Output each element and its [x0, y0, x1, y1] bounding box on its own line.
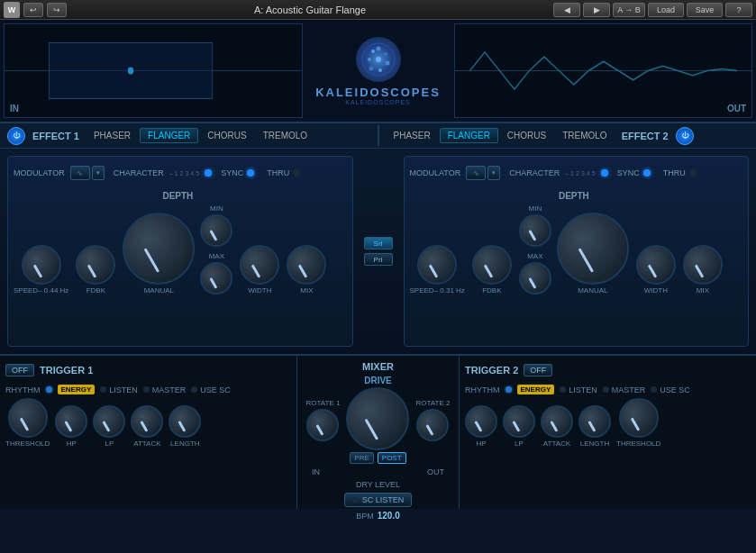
save-button[interactable]: Save — [687, 3, 723, 17]
trigger1-listen: LISTEN — [100, 385, 138, 394]
effect2-tab-phaser[interactable]: PHASER — [387, 129, 438, 142]
effect1-power-button[interactable]: ⏻ — [7, 127, 25, 145]
mixer-post-button[interactable]: POST — [378, 452, 406, 464]
effect1-depth-knob[interactable] — [123, 213, 195, 285]
effect1-char-label: CHARACTER — [114, 168, 164, 177]
effect2-tab-flanger[interactable]: FLANGER — [440, 128, 498, 143]
undo-button[interactable]: ↩ — [23, 3, 43, 17]
trigger1-master-led[interactable] — [143, 386, 150, 393]
effect2-char-led — [601, 169, 608, 177]
effect1-mix-knob[interactable] — [287, 245, 326, 285]
effect2-manual-label: MANUAL — [578, 286, 607, 295]
effect2-min-knob[interactable] — [519, 214, 551, 247]
trigger2-listen-led[interactable] — [560, 386, 566, 393]
effect1-wave-button[interactable]: ∿ — [70, 166, 90, 180]
effect1-thru-led[interactable] — [293, 169, 300, 177]
load-button[interactable]: Load — [648, 3, 684, 17]
effect2-thru-led[interactable] — [689, 169, 697, 177]
trigger1-length-knob[interactable] — [169, 405, 201, 438]
effect2-steps: – 1 2 3 4 5 — [565, 170, 595, 177]
trigger2-threshold-knob[interactable] — [619, 398, 659, 438]
effect1-manual-label: MANUAL — [144, 286, 174, 295]
trigger1-master: MASTER — [143, 385, 187, 394]
trigger1-listen-led[interactable] — [100, 386, 106, 393]
effect1-max-knob[interactable] — [200, 262, 232, 295]
effect1-min-knob[interactable] — [200, 214, 232, 247]
effect2-width-knob[interactable] — [636, 245, 676, 285]
effect2-max-knob[interactable] — [519, 262, 551, 295]
effect1-fdbk-knob[interactable] — [76, 245, 115, 285]
effect2-fdbk-knob[interactable] — [472, 245, 512, 285]
logo-center: KALEIDOSCOPES KALEIDOSCOPES — [306, 20, 451, 122]
effect1-wave-dropdown[interactable]: ▾ — [92, 166, 105, 180]
trigger2-lp-unit: LP — [503, 405, 535, 448]
effect2-thru: THRU — [660, 168, 697, 177]
ab-button[interactable]: A → B — [613, 3, 645, 17]
effect1-sync: SYNC — [221, 168, 254, 177]
effect2-tab-chorus[interactable]: CHORUS — [500, 129, 553, 142]
top-bar: W ↩ ↪ A: Acoustic Guitar Flange ◀ ▶ A → … — [0, 0, 756, 20]
effect2-wave-button[interactable]: ∿ — [466, 166, 486, 180]
effect1-depth-title: DEPTH — [162, 191, 193, 201]
mixer-pre-button[interactable]: PRE — [350, 452, 373, 464]
svg-point-6 — [376, 46, 380, 50]
parallel-button[interactable]: Prl — [364, 253, 393, 266]
effects-tabs-row: ⏻ EFFECT 1 PHASER FLANGER CHORUS TREMOLO… — [0, 123, 756, 149]
trigger2-master-led[interactable] — [603, 386, 609, 393]
mixer-drive-label: DRIVE — [364, 376, 392, 385]
trigger1-use-sc-led[interactable] — [191, 386, 197, 393]
trigger2-attack-unit: ATTACK — [541, 405, 573, 448]
effect2-speed-knob[interactable] — [417, 245, 457, 285]
effect1-speed-knob[interactable] — [22, 245, 61, 285]
effect2-speed-label: SPEED– 0.31 Hz — [410, 286, 465, 295]
effect1-width-knob[interactable] — [240, 245, 279, 285]
effect2-tab-tremolo[interactable]: TREMOLO — [555, 129, 614, 142]
trigger2-rhythm-led[interactable] — [506, 386, 512, 393]
trigger2-length-label: LENGTH — [580, 440, 609, 448]
trigger1-threshold-knob[interactable] — [8, 398, 48, 438]
effect1-char-led — [205, 169, 212, 177]
back-button[interactable]: ◀ — [553, 3, 580, 17]
trigger1-lp-knob[interactable] — [93, 405, 125, 438]
redo-button[interactable]: ↪ — [47, 3, 67, 17]
logo-btn[interactable]: W — [4, 2, 20, 18]
effect1-tab-chorus[interactable]: CHORUS — [200, 129, 253, 142]
trigger2-use-sc: USE SC — [651, 385, 690, 394]
effect2-wave-dropdown[interactable]: ▾ — [487, 166, 500, 180]
trigger2-length-knob[interactable] — [578, 405, 611, 438]
effect2-depth-knob[interactable] — [557, 213, 629, 285]
trigger2-header: TRIGGER 2 OFF — [465, 361, 751, 379]
effect1-min-knob-unit: MIN — [200, 204, 232, 247]
mixer-rotate2-knob[interactable] — [416, 409, 449, 441]
trigger2-lp-knob[interactable] — [503, 405, 535, 438]
window-title: A: Acoustic Guitar Flange — [70, 5, 550, 15]
trigger1-attack-knob[interactable] — [131, 405, 163, 438]
effect1-fdbk-label: FDBK — [87, 286, 105, 295]
trigger2-hp-knob[interactable] — [465, 405, 497, 438]
effect1-tab-flanger[interactable]: FLANGER — [140, 128, 198, 143]
mixer-sc-listen-button[interactable]: SC LISTEN — [344, 493, 413, 507]
trigger2-off-dropdown[interactable]: OFF — [524, 364, 552, 376]
serial-button[interactable]: Srl — [364, 237, 393, 249]
trigger1-hp-knob[interactable] — [55, 405, 87, 438]
effect2-fdbk-label: FDBK — [482, 286, 501, 295]
logo-name: KALEIDOSCOPES — [315, 86, 441, 99]
trigger2-attack-knob[interactable] — [541, 405, 573, 438]
trigger1-energy-badge: ENERGY — [58, 385, 96, 394]
effect2-mix-knob[interactable] — [683, 245, 723, 285]
forward-button[interactable]: ▶ — [583, 3, 610, 17]
help-button[interactable]: ? — [725, 3, 752, 17]
mixer-rotate1-knob[interactable] — [306, 409, 339, 441]
effect1-tab-tremolo[interactable]: TREMOLO — [256, 129, 314, 142]
effect2-sync-led[interactable] — [643, 169, 651, 177]
mixer-in-label: IN — [312, 467, 320, 476]
effect2-power-button[interactable]: ⏻ — [676, 127, 694, 145]
effect1-sync-led[interactable] — [247, 169, 254, 177]
effect1-mix-knob-unit: MIX — [287, 245, 326, 295]
effect1-tab-phaser[interactable]: PHASER — [87, 129, 138, 142]
effect1-wave-select: ∿ ▾ — [70, 166, 105, 180]
trigger1-off-dropdown[interactable]: OFF — [5, 364, 34, 376]
mixer-drive-knob[interactable] — [346, 387, 409, 450]
trigger1-rhythm-led[interactable] — [46, 386, 52, 393]
trigger2-use-sc-led[interactable] — [651, 386, 657, 393]
